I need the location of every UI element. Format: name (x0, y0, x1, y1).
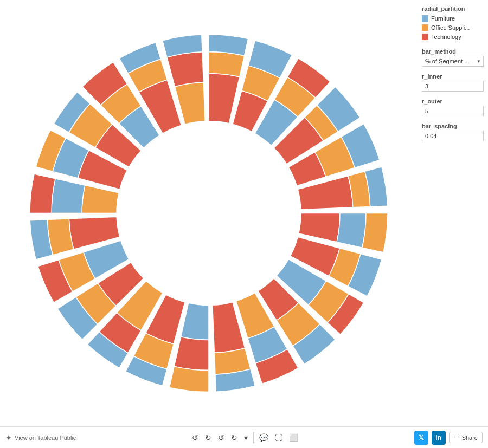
more-button[interactable]: ▾ (242, 432, 250, 443)
bar-method-label: bar_method (422, 48, 484, 55)
r-outer-input[interactable] (422, 106, 484, 116)
legend-label-office: Office Suppli... (431, 24, 470, 31)
forward-button[interactable]: ↻ (229, 432, 240, 443)
legend-color-office (422, 24, 428, 31)
toolbar-center: ↺ ↻ ↺ ↻ ▾ 💬 ⛶ ⬜ (190, 432, 300, 443)
legend-item-furniture: Furniture (422, 15, 484, 22)
legend-section: radial_partition Furniture Office Suppli… (422, 5, 484, 42)
r-inner-label: r_inner (422, 73, 484, 80)
toolbar: ✦ View on Tableau Public ↺ ↻ ↺ ↻ ▾ 💬 ⛶ ⬜… (0, 426, 488, 448)
share-icon: ⋯ (454, 434, 460, 441)
bar-method-select[interactable]: % of Segment ... Count Sum (422, 56, 484, 67)
download-button[interactable]: ⬜ (287, 432, 300, 443)
toolbar-right: 𝕏 in ⋯ Share (414, 431, 483, 445)
chart-area (0, 0, 418, 426)
bar-spacing-label: bar_spacing (422, 123, 484, 129)
legend-color-furniture (422, 15, 428, 22)
share-label: Share (462, 434, 478, 441)
fullscreen-button[interactable]: ⛶ (273, 432, 285, 443)
back-button[interactable]: ↺ (216, 432, 227, 443)
r-outer-section: r_outer (422, 98, 484, 116)
legend-label-technology: Technology (431, 34, 461, 40)
linkedin-button[interactable]: in (432, 431, 446, 445)
twitter-button[interactable]: 𝕏 (414, 431, 428, 445)
legend-item-office: Office Suppli... (422, 24, 484, 31)
bar-spacing-input[interactable] (422, 131, 484, 141)
legend-color-technology (422, 34, 428, 40)
legend-item-technology: Technology (422, 34, 484, 40)
comment-button[interactable]: 💬 (257, 432, 271, 443)
tableau-icon: ✦ (5, 433, 12, 442)
legend-title: radial_partition (422, 5, 484, 12)
tableau-public-link[interactable]: ✦ View on Tableau Public (5, 433, 76, 442)
sidebar: radial_partition Furniture Office Suppli… (418, 0, 488, 426)
bar-method-section: bar_method % of Segment ... Count Sum (422, 48, 484, 67)
r-inner-section: r_inner (422, 73, 484, 92)
share-button[interactable]: ⋯ Share (449, 432, 483, 443)
bar-spacing-section: bar_spacing (422, 123, 484, 141)
tableau-public-label: View on Tableau Public (15, 434, 76, 441)
toolbar-divider (253, 432, 254, 443)
undo-button[interactable]: ↺ (190, 432, 201, 443)
r-outer-label: r_outer (422, 98, 484, 105)
r-inner-input[interactable] (422, 81, 484, 92)
redo-button[interactable]: ↻ (203, 432, 214, 443)
legend-label-furniture: Furniture (431, 15, 455, 22)
bar-method-select-wrapper[interactable]: % of Segment ... Count Sum (422, 56, 484, 67)
